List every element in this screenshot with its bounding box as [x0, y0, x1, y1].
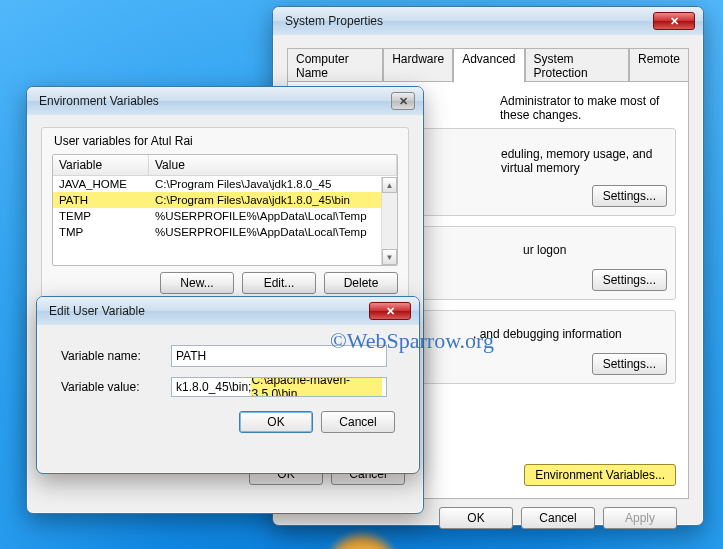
table-row[interactable]: TMP%USERPROFILE%\AppData\Local\Temp [53, 224, 397, 240]
cell-value: C:\Program Files\Java\jdk1.8.0_45 [149, 176, 397, 192]
close-icon[interactable]: ✕ [653, 12, 695, 30]
cell-variable: TMP [53, 224, 149, 240]
envvars-titlebar[interactable]: Environment Variables ✕ [27, 87, 423, 115]
system-properties-titlebar[interactable]: System Properties ✕ [273, 7, 703, 35]
editvar-cancel-button[interactable]: Cancel [321, 411, 395, 433]
close-icon[interactable]: ✕ [369, 302, 411, 320]
cell-variable: PATH [53, 192, 149, 208]
tab-hardware[interactable]: Hardware [383, 48, 453, 83]
tab-computer-name[interactable]: Computer Name [287, 48, 383, 83]
window-title: Edit User Variable [49, 304, 369, 318]
cell-value: %USERPROFILE%\AppData\Local\Temp [149, 224, 397, 240]
editvar-titlebar[interactable]: Edit User Variable ✕ [37, 297, 419, 325]
sysprops-apply-button[interactable]: Apply [603, 507, 677, 529]
user-variables-group: User variables for Atul Rai Variable Val… [41, 127, 409, 303]
variable-value-label: Variable value: [61, 380, 171, 394]
performance-settings-button[interactable]: Settings... [592, 185, 667, 207]
scroll-down-arrow-icon[interactable]: ▼ [382, 249, 397, 265]
table-row[interactable]: PATHC:\Program Files\Java\jdk1.8.0_45\bi… [53, 192, 397, 208]
cell-variable: TEMP [53, 208, 149, 224]
tab-remote[interactable]: Remote [629, 48, 689, 83]
startup-settings-button[interactable]: Settings... [592, 353, 667, 375]
window-title: System Properties [285, 14, 653, 28]
window-title: Environment Variables [39, 94, 391, 108]
variable-value-highlighted: C:\apache-maven-3.5.0\bin [251, 377, 382, 397]
table-scrollbar[interactable]: ▲ ▼ [381, 177, 397, 265]
cell-value: %USERPROFILE%\AppData\Local\Temp [149, 208, 397, 224]
user-profiles-desc: ur logon [523, 243, 566, 257]
user-profiles-settings-button[interactable]: Settings... [592, 269, 667, 291]
table-row[interactable]: JAVA_HOMEC:\Program Files\Java\jdk1.8.0_… [53, 176, 397, 192]
new-button[interactable]: New... [160, 272, 234, 294]
scroll-up-arrow-icon[interactable]: ▲ [382, 177, 397, 193]
variable-value-prefix: k1.8.0_45\bin; [176, 380, 251, 394]
cell-variable: JAVA_HOME [53, 176, 149, 192]
col-value[interactable]: Value [149, 155, 397, 175]
delete-button[interactable]: Delete [324, 272, 398, 294]
variable-value-input[interactable]: k1.8.0_45\bin;C:\apache-maven-3.5.0\bin [171, 377, 387, 397]
cell-value: C:\Program Files\Java\jdk1.8.0_45\bin [149, 192, 397, 208]
variable-name-label: Variable name: [61, 349, 171, 363]
environment-variables-button[interactable]: Environment Variables... [524, 464, 676, 486]
performance-desc: eduling, memory usage, and virtual memor… [501, 147, 675, 175]
table-row[interactable]: TEMP%USERPROFILE%\AppData\Local\Temp [53, 208, 397, 224]
variable-name-input[interactable] [171, 345, 387, 367]
user-variables-legend: User variables for Atul Rai [54, 134, 398, 148]
col-variable[interactable]: Variable [53, 155, 149, 175]
edit-button[interactable]: Edit... [242, 272, 316, 294]
table-header: Variable Value [53, 155, 397, 176]
startup-desc: , and debugging information [473, 327, 622, 341]
tabs: Computer Name Hardware Advanced System P… [287, 47, 689, 82]
tab-advanced[interactable]: Advanced [453, 48, 524, 83]
editvar-ok-button[interactable]: OK [239, 411, 313, 433]
user-variables-table[interactable]: Variable Value JAVA_HOMEC:\Program Files… [52, 154, 398, 266]
edit-user-variable-dialog: Edit User Variable ✕ Variable name: Vari… [36, 296, 420, 474]
close-icon[interactable]: ✕ [391, 92, 415, 110]
sysprops-cancel-button[interactable]: Cancel [521, 507, 595, 529]
sysprops-ok-button[interactable]: OK [439, 507, 513, 529]
tab-system-protection[interactable]: System Protection [525, 48, 629, 83]
